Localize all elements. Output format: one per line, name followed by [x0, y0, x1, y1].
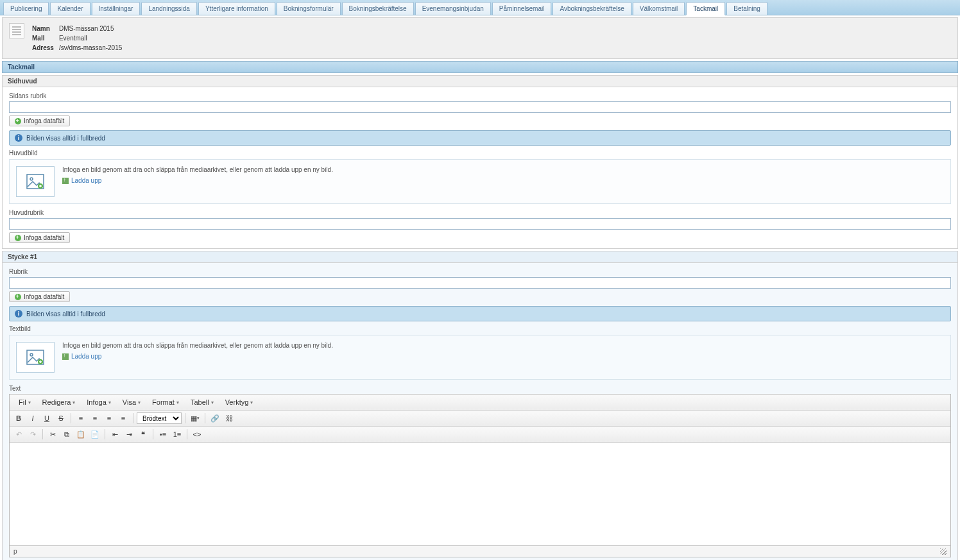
- outdent-button[interactable]: ⇤: [108, 428, 121, 440]
- tab-avbokningsbekraftelse[interactable]: Avbokningsbekräftelse: [553, 2, 631, 15]
- editor-element-path: p: [13, 548, 17, 555]
- tab-publicering[interactable]: Publicering: [3, 2, 49, 15]
- info-icon: i: [15, 134, 22, 142]
- tab-tackmail[interactable]: Tackmail: [686, 2, 725, 15]
- cut-button[interactable]: ✂: [46, 428, 59, 440]
- toolbar-separator: [187, 429, 187, 439]
- upload-help-text: Infoga en bild genom att dra och släppa …: [62, 342, 333, 349]
- undo-button[interactable]: ↶: [12, 428, 25, 440]
- huvudrubrik-input[interactable]: [9, 218, 951, 230]
- resize-handle[interactable]: [940, 548, 947, 555]
- image-placeholder-icon: [16, 342, 55, 373]
- info-banner-text: Bilden visas alltid i fullbredd: [26, 310, 105, 318]
- tab-kalender[interactable]: Kalender: [50, 2, 90, 15]
- huvudrubrik-label: Huvudrubrik: [9, 209, 951, 216]
- infoga-datafalt-label: Infoga datafält: [24, 293, 64, 300]
- editor-menu-fil[interactable]: Fil▾: [13, 396, 36, 408]
- blockquote-button[interactable]: ❝: [137, 428, 150, 440]
- page-header-info: NamnDMS-mässan 2015 MallEventmall Adress…: [2, 17, 958, 59]
- meta-adress-value: /sv/dms-massan-2015: [59, 44, 126, 52]
- svg-point-4: [30, 353, 33, 356]
- unlink-button[interactable]: ⛓: [223, 412, 236, 424]
- editor-menu-infoga[interactable]: Infoga▾: [81, 396, 116, 408]
- editor-content-area[interactable]: [10, 443, 950, 545]
- editor-statusbar: p: [10, 545, 950, 557]
- toolbar-separator: [153, 429, 153, 439]
- align-right-button[interactable]: ≡: [103, 412, 116, 424]
- info-icon: i: [15, 310, 22, 318]
- rich-text-editor: Fil▾ Redigera▾ Infoga▾ Visa▾ Format▾ Tab…: [9, 394, 951, 557]
- meta-mall-value: Eventmall: [59, 34, 126, 42]
- tab-betalning[interactable]: Betalning: [726, 2, 767, 15]
- paste-text-button[interactable]: 📄: [89, 428, 101, 440]
- tab-ytterligare-information[interactable]: Ytterligare information: [198, 2, 275, 15]
- editor-menu-verktyg[interactable]: Verktyg▾: [220, 396, 259, 408]
- paste-button[interactable]: 📋: [74, 428, 87, 440]
- editor-toolbar-2: ↶ ↷ ✂ ⧉ 📋 📄 ⇤ ⇥ ❝ •≡ 1≡ <>: [10, 427, 950, 443]
- link-button[interactable]: 🔗: [209, 412, 221, 424]
- infoga-datafalt-label: Infoga datafält: [24, 117, 64, 124]
- info-banner-text: Bilden visas alltid i fullbredd: [26, 135, 105, 142]
- svg-point-1: [30, 178, 33, 180]
- infoga-datafalt-button-1[interactable]: Infoga datafält: [9, 115, 70, 126]
- tabs-bar: Publicering Kalender Inställningar Landn…: [0, 0, 960, 15]
- copy-button[interactable]: ⧉: [60, 428, 73, 440]
- info-banner-1: i Bilden visas alltid i fullbredd: [9, 130, 951, 146]
- toolbar-separator: [71, 413, 71, 423]
- ladda-upp-label: Ladda upp: [71, 177, 101, 184]
- editor-menu-visa[interactable]: Visa▾: [117, 396, 146, 408]
- italic-button[interactable]: I: [26, 412, 39, 424]
- editor-toolbar-1: B I U S ≡ ≡ ≡ ≡ Brödtext ▦▾ 🔗 ⛓: [10, 411, 950, 427]
- bold-button[interactable]: B: [12, 412, 25, 424]
- indent-button[interactable]: ⇥: [123, 428, 135, 440]
- plus-icon: [15, 235, 21, 241]
- align-center-button[interactable]: ≡: [89, 412, 101, 424]
- editor-menu-tabell[interactable]: Tabell▾: [185, 396, 219, 408]
- rubrik-input[interactable]: [9, 277, 951, 289]
- infoga-datafalt-label: Infoga datafält: [24, 234, 64, 241]
- align-left-button[interactable]: ≡: [74, 412, 87, 424]
- tab-valkomstmail[interactable]: Välkomstmail: [633, 2, 685, 15]
- textbild-label: Textbild: [9, 325, 951, 332]
- info-banner-2: i Bilden visas alltid i fullbredd: [9, 306, 951, 321]
- numbered-list-button[interactable]: 1≡: [171, 428, 184, 440]
- toolbar-separator: [205, 413, 205, 423]
- panel-sidhuvud: Sidhuvud Sidans rubrik Infoga datafält i…: [2, 75, 958, 249]
- format-select[interactable]: Brödtext: [137, 412, 182, 424]
- panel-stycke-1-header: Stycke #1: [3, 251, 957, 263]
- tab-evenemangsinbjudan[interactable]: Evenemangsinbjudan: [415, 2, 491, 15]
- toolbar-separator: [42, 429, 43, 439]
- tab-paminnelsemail[interactable]: Påminnelsemail: [492, 2, 552, 15]
- infoga-datafalt-button-3[interactable]: Infoga datafält: [9, 291, 70, 302]
- ladda-upp-button-1[interactable]: Ladda upp: [62, 177, 101, 184]
- tab-landningssida[interactable]: Landningssida: [141, 2, 197, 15]
- plus-icon: [15, 118, 21, 124]
- sidans-rubrik-label: Sidans rubrik: [9, 92, 951, 99]
- meta-name-value: DMS-mässan 2015: [59, 24, 126, 33]
- toolbar-separator: [133, 413, 133, 423]
- tab-bokningsformular[interactable]: Bokningsformulär: [277, 2, 341, 15]
- redo-button[interactable]: ↷: [26, 428, 39, 440]
- bullet-list-button[interactable]: •≡: [157, 428, 169, 440]
- sidans-rubrik-input[interactable]: [9, 101, 951, 113]
- table-button[interactable]: ▦▾: [189, 412, 201, 424]
- source-code-button[interactable]: <>: [191, 428, 203, 440]
- underline-button[interactable]: U: [40, 412, 53, 424]
- tab-installningar[interactable]: Inställningar: [92, 2, 141, 15]
- image-placeholder-icon: [16, 166, 55, 197]
- editor-menu-format[interactable]: Format▾: [147, 396, 184, 408]
- align-justify-button[interactable]: ≡: [117, 412, 130, 424]
- huvudbild-upload-area[interactable]: Infoga en bild genom att dra och släppa …: [9, 159, 951, 204]
- editor-menubar: Fil▾ Redigera▾ Infoga▾ Visa▾ Format▾ Tab…: [10, 395, 950, 411]
- meta-name-label: Namn: [32, 24, 58, 33]
- editor-menu-redigera[interactable]: Redigera▾: [37, 396, 81, 408]
- upload-icon: [62, 178, 69, 184]
- textbild-upload-area[interactable]: Infoga en bild genom att dra och släppa …: [9, 335, 951, 380]
- ladda-upp-button-2[interactable]: Ladda upp: [62, 353, 101, 360]
- huvudbild-label: Huvudbild: [9, 149, 951, 157]
- panel-sidhuvud-header: Sidhuvud: [3, 76, 957, 87]
- tab-bokningsbekraftelse[interactable]: Bokningsbekräftelse: [342, 2, 414, 15]
- strikethrough-button[interactable]: S: [55, 412, 67, 424]
- section-title: Tackmail: [2, 61, 958, 73]
- infoga-datafalt-button-2[interactable]: Infoga datafält: [9, 232, 70, 243]
